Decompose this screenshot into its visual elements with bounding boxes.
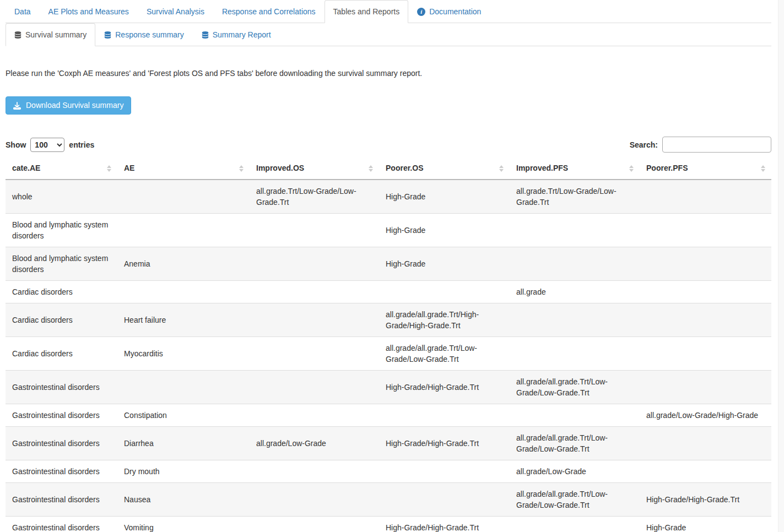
subtab-item: Summary Report [193, 23, 280, 46]
table-cell: Blood and lymphatic system disorders [6, 247, 117, 281]
table-cell [640, 427, 771, 460]
table-cell: whole [6, 180, 117, 214]
tab-ae-plots-and-measures[interactable]: AE Plots and Measures [40, 0, 138, 23]
page-length-select[interactable]: 100 [30, 138, 64, 152]
tab-label: Data [14, 6, 31, 17]
table-cell: all.grade [510, 281, 640, 303]
column-header-improved-pfs[interactable]: Improved.PFS [510, 158, 640, 180]
download-survival-summary-button[interactable]: Download Survival summary [6, 96, 131, 115]
table-cell: Vomiting [117, 517, 250, 532]
table-row: Gastrointestinal disordersHigh-Grade/Hig… [6, 371, 771, 404]
download-button-row: Download Survival summary [6, 96, 771, 115]
sort-icon [629, 165, 634, 172]
table-cell [640, 180, 771, 214]
sort-icon [239, 165, 244, 172]
table-cell: all.grade/all.grade.Trt/High-Grade/High-… [379, 303, 510, 337]
tab-item: AE Plots and Measures [40, 0, 138, 23]
table-cell: Myocarditis [117, 337, 250, 371]
tab-survival-analysis[interactable]: Survival Analysis [138, 0, 213, 23]
table-cell: Gastrointestinal disorders [6, 517, 117, 532]
table-cell: all.grade/Low-Grade [250, 427, 379, 460]
sort-icon [499, 165, 504, 172]
subtab-item: Survival summary [6, 23, 95, 46]
sort-icon [369, 165, 373, 172]
table-row: Cardiac disordersall.grade [6, 281, 771, 303]
table-row: Cardiac disordersMyocarditisall.grade/al… [6, 337, 771, 371]
column-header-poorer-pfs[interactable]: Poorer.PFS [640, 158, 771, 180]
table-cell [250, 247, 379, 281]
table-cell: High-Grade/High-Grade.Trt [379, 427, 510, 460]
table-cell: Heart failure [117, 303, 250, 337]
download-icon [13, 102, 21, 110]
table-row: Blood and lymphatic system disordersHigh… [6, 214, 771, 247]
column-header-label: Improved.PFS [516, 164, 568, 172]
table-row: Gastrointestinal disordersDiarrheaall.gr… [6, 427, 771, 460]
table-cell [250, 404, 379, 427]
subtab-survival-summary[interactable]: Survival summary [6, 23, 95, 46]
table-cell: High-Grade [379, 180, 510, 214]
tab-label: Documentation [429, 6, 481, 17]
table-cell [510, 337, 640, 371]
search-input[interactable] [662, 137, 771, 153]
table-cell [379, 404, 510, 427]
table-cell [250, 460, 379, 483]
database-icon [202, 31, 209, 39]
vertical-scrollbar[interactable] [778, 0, 784, 532]
table-header-row: cate.AEAEImproved.OSPoorer.OSImproved.PF… [6, 158, 771, 180]
subtab-summary-report[interactable]: Summary Report [193, 23, 280, 46]
entries-label: entries [69, 140, 94, 149]
tab-tables-and-reports[interactable]: Tables and Reports [325, 0, 409, 23]
table-cell [117, 281, 250, 303]
table-cell: Dry mouth [117, 460, 250, 483]
table-row: Gastrointestinal disordersConstipational… [6, 404, 771, 427]
tab-label: Summary Report [213, 29, 271, 40]
table-cell [510, 247, 640, 281]
table-cell [510, 517, 640, 532]
column-header-label: Poorer.OS [386, 164, 423, 172]
column-header-label: AE [124, 164, 134, 172]
tab-label: Survival Analysis [147, 6, 204, 17]
table-cell: Cardiac disorders [6, 281, 117, 303]
table-row: Blood and lymphatic system disordersAnem… [6, 247, 771, 281]
table-cell: High-Grade [640, 517, 771, 532]
table-cell [510, 303, 640, 337]
search-control: Search: [630, 137, 771, 153]
table-cell: High-Grade [379, 247, 510, 281]
tab-label: Response and Correlations [222, 6, 316, 17]
main-tabs: DataAE Plots and MeasuresSurvival Analys… [6, 0, 771, 23]
tab-item: Survival Analysis [138, 0, 213, 23]
column-header-poorer-os[interactable]: Poorer.OS [379, 158, 510, 180]
table-cell: High-Grade/High-Grade.Trt [640, 483, 771, 517]
instruction-text: Please run the 'Coxph AE measures' and '… [6, 68, 771, 79]
column-header-ae[interactable]: AE [117, 158, 250, 180]
tab-response-and-correlations[interactable]: Response and Correlations [213, 0, 325, 23]
column-header-cate-ae[interactable]: cate.AE [6, 158, 117, 180]
table-cell [640, 214, 771, 247]
tab-item: iDocumentation [408, 0, 490, 23]
table-cell: all.grade/all.grade.Trt/Low-Grade/Low-Gr… [510, 371, 640, 404]
subtab-item: Response summary [95, 23, 193, 46]
table-cell [640, 303, 771, 337]
subtab-response-summary[interactable]: Response summary [95, 23, 193, 46]
table-cell: High-Grade [379, 214, 510, 247]
page: DataAE Plots and MeasuresSurvival Analys… [6, 0, 771, 532]
tab-data[interactable]: Data [6, 0, 40, 23]
table-cell [250, 303, 379, 337]
table-cell: Constipation [117, 404, 250, 427]
table-cell [250, 337, 379, 371]
sort-icon [107, 165, 111, 172]
sub-tabs: Survival summaryResponse summarySummary … [6, 23, 771, 46]
column-header-label: cate.AE [12, 164, 40, 172]
table-cell [640, 371, 771, 404]
table-cell [250, 371, 379, 404]
tab-label: Tables and Reports [333, 6, 400, 17]
table-cell: all.grade/Low-Grade/High-Grade [640, 404, 771, 427]
tab-label: AE Plots and Measures [48, 6, 129, 17]
tab-documentation[interactable]: iDocumentation [408, 0, 490, 23]
column-header-improved-os[interactable]: Improved.OS [250, 158, 379, 180]
table-cell [379, 483, 510, 517]
table-cell: Gastrointestinal disorders [6, 371, 117, 404]
table-cell: Gastrointestinal disorders [6, 427, 117, 460]
table-cell: all.grade/all.grade.Trt/Low-Grade/Low-Gr… [510, 483, 640, 517]
table-cell: all.grade.Trt/Low-Grade/Low-Grade.Trt [510, 180, 640, 214]
